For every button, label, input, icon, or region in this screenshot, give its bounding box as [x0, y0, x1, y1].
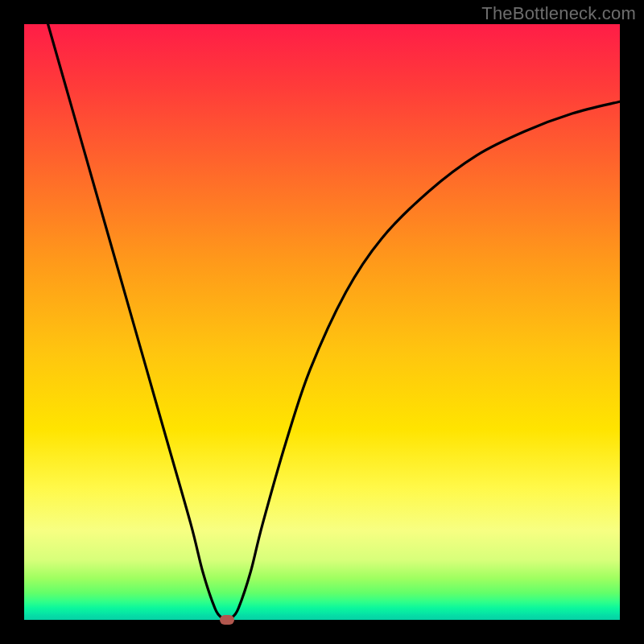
plot-area	[24, 24, 620, 620]
minimum-marker	[220, 615, 234, 625]
bottleneck-curve	[24, 24, 620, 620]
chart-frame: TheBottleneck.com	[0, 0, 644, 644]
watermark-text: TheBottleneck.com	[481, 3, 636, 24]
